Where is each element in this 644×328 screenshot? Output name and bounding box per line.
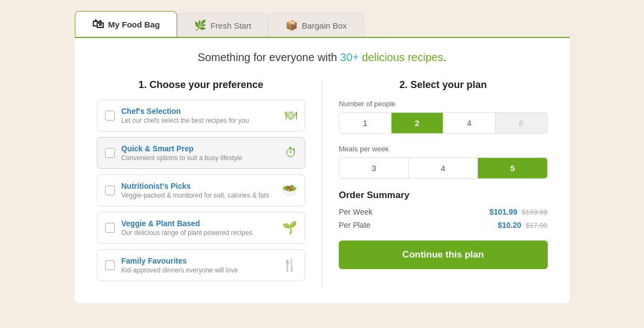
pref-card-quick-smart-prep[interactable]: Quick & Smart Prep Convenient options to… [97,137,306,169]
meals-btn-5[interactable]: 5 [478,158,547,178]
tab-fresh-start-label: Fresh Start [211,21,251,30]
checkbox-veggie-plant-based[interactable] [105,223,115,233]
tabs-container: 🛍 My Food Bag 🌿 Fresh Start 📦 Bargain Bo… [75,11,570,37]
left-column: 1. Choose your preference Chef's Selecti… [97,79,323,287]
meals-btn-4[interactable]: 4 [409,158,478,178]
people-btn-1[interactable]: 1 [339,113,392,133]
checkbox-quick-smart-prep[interactable] [105,148,115,158]
right-column: 2. Select your plan Number of people 1 2… [322,79,548,287]
chef-icon: 🍽 [285,108,297,123]
pref-card-veggie-plant-based[interactable]: Veggie & Plant Based Our delicious range… [97,212,306,244]
two-column-layout: 1. Choose your preference Chef's Selecti… [97,79,548,287]
tab-my-food-bag-label: My Food Bag [108,20,160,29]
pref-name-chefs-selection: Chef's Selection [122,107,279,116]
tab-my-food-bag[interactable]: 🛍 My Food Bag [75,11,177,37]
tab-my-food-bag-icon: 🛍 [92,17,104,31]
per-plate-current-price: $10.20 [498,221,521,229]
pref-name-quick-smart-prep: Quick & Smart Prep [122,144,279,153]
people-btn-2[interactable]: 2 [392,113,444,133]
pref-text-quick-smart-prep: Quick & Smart Prep Convenient options to… [122,144,279,162]
pref-desc-family-favourites: Kid-approved dinners everyone will love [122,266,276,274]
headline-highlight: 30+ [340,51,359,63]
pref-desc-chefs-selection: Let our chefs select the best recipes fo… [122,117,279,124]
pref-text-chefs-selection: Chef's Selection Let our chefs select th… [122,107,279,124]
nutrition-icon: 🥗 [282,183,297,198]
per-plate-prices: $10.20 $17.00 [498,221,548,229]
order-row-per-plate: Per Plate $10.20 $17.00 [339,221,548,229]
people-label: Number of people [339,100,548,108]
continue-button[interactable]: Continue this plan [339,240,548,269]
pref-card-chefs-selection[interactable]: Chef's Selection Let our chefs select th… [97,100,306,132]
pref-text-nutritionists-picks: Nutritionist's Picks Veggie-packed & mon… [122,182,276,199]
per-week-prices: $101.99 $169.99 [489,207,548,216]
per-week-label: Per Week [339,207,372,216]
per-week-original-price: $169.99 [522,208,548,216]
checkbox-chefs-selection[interactable] [105,111,115,121]
pref-desc-quick-smart-prep: Convenient options to suit a busy lifest… [122,154,279,162]
content-area: Something for everyone with 30+ deliciou… [75,37,570,303]
checkbox-nutritionists-picks[interactable] [105,185,115,195]
quick-prep-icon: ⏱ [285,146,297,160]
people-selector: 1 2 4 6 [339,112,548,134]
preferences-section-title: 1. Choose your preference [97,79,306,91]
tab-fresh-start[interactable]: 🌿 Fresh Start [177,13,268,37]
tab-bargain-box-icon: 📦 [285,19,298,31]
veggie-icon: 🌱 [282,221,297,235]
pref-text-veggie-plant-based: Veggie & Plant Based Our delicious range… [122,219,276,237]
headline-part1: Something for everyone with [198,51,340,63]
headline-delicious: delicious recipes [359,51,443,63]
order-row-per-week: Per Week $101.99 $169.99 [339,207,548,216]
per-plate-original-price: $17.00 [526,221,548,229]
people-btn-4[interactable]: 4 [443,113,496,133]
per-week-current-price: $101.99 [489,207,518,216]
per-plate-label: Per Plate [339,221,371,229]
people-btn-6: 6 [496,113,547,133]
pref-name-family-favourites: Family Favourites [122,256,276,265]
tab-bargain-box-label: Bargain Box [302,21,347,30]
pref-name-nutritionists-picks: Nutritionist's Picks [122,182,276,190]
family-icon: 🍴 [282,258,297,272]
headline: Something for everyone with 30+ deliciou… [97,51,548,64]
plan-section-title: 2. Select your plan [339,79,548,91]
checkbox-family-favourites[interactable] [105,260,115,270]
tab-bargain-box[interactable]: 📦 Bargain Box [268,13,364,37]
pref-text-family-favourites: Family Favourites Kid-approved dinners e… [122,256,276,274]
order-summary-title: Order Summary [339,190,548,201]
pref-card-family-favourites[interactable]: Family Favourites Kid-approved dinners e… [97,249,306,281]
pref-name-veggie-plant-based: Veggie & Plant Based [122,219,276,228]
headline-period: . [443,51,447,63]
meals-selector: 3 4 5 [339,157,548,179]
meals-btn-3[interactable]: 3 [339,158,409,178]
pref-card-nutritionists-picks[interactable]: Nutritionist's Picks Veggie-packed & mon… [97,174,306,206]
tab-fresh-start-icon: 🌿 [194,19,206,31]
pref-desc-nutritionists-picks: Veggie-packed & monitored for salt, calo… [122,192,276,199]
pref-desc-veggie-plant-based: Our delicious range of plant powered rec… [122,229,276,237]
meals-label: Meals per week [339,145,548,153]
